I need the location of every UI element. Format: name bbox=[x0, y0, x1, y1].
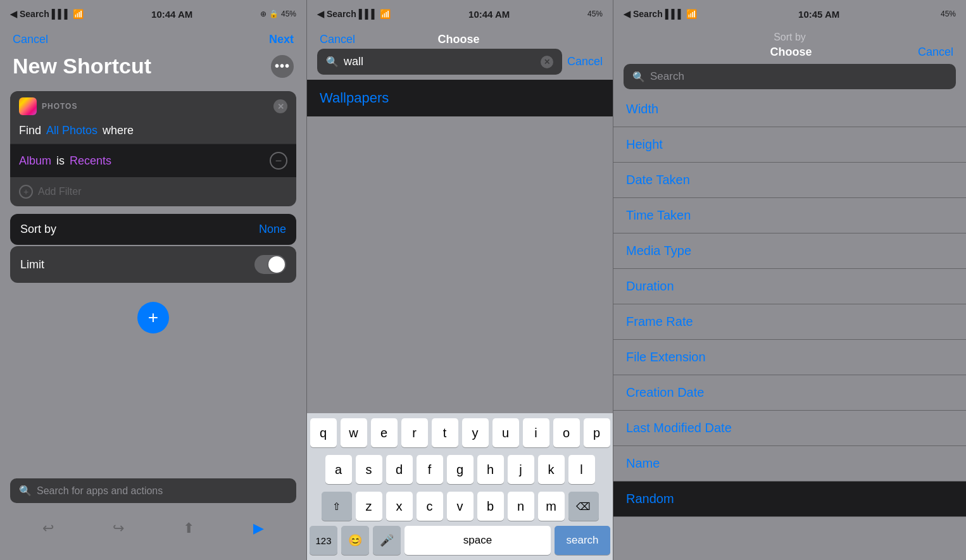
keyboard-row-1: q w e r t y u i o p bbox=[307, 413, 613, 450]
cancel-button-2[interactable]: Cancel bbox=[320, 33, 355, 46]
key-w[interactable]: w bbox=[341, 418, 367, 447]
sort-option-media-type[interactable]: Media Type bbox=[613, 233, 966, 269]
status-time-1: 10:44 AM bbox=[151, 9, 192, 20]
key-r[interactable]: r bbox=[401, 418, 428, 447]
key-search[interactable]: search bbox=[555, 526, 610, 555]
plus-icon: + bbox=[148, 308, 158, 328]
key-n[interactable]: n bbox=[508, 492, 534, 521]
key-emoji[interactable]: 😊 bbox=[341, 526, 369, 555]
battery-2: 45% bbox=[587, 9, 603, 18]
all-photos-button[interactable]: All Photos bbox=[46, 124, 97, 137]
status-left-2: ◀ Search ▌▌▌ 📶 bbox=[317, 9, 391, 19]
status-time-2: 10:44 AM bbox=[468, 9, 510, 20]
cancel-button-1[interactable]: Cancel bbox=[13, 33, 48, 46]
panel-sort-by: ◀ Search ▌▌▌ 📶 10:45 AM 45% Sort by Choo… bbox=[613, 0, 966, 560]
status-left-3: ◀ Search ▌▌▌ 📶 bbox=[624, 9, 697, 19]
ellipsis-icon: ••• bbox=[275, 59, 290, 73]
key-numbers[interactable]: 123 bbox=[310, 526, 337, 555]
key-shift[interactable]: ⇧ bbox=[322, 492, 352, 521]
key-j[interactable]: j bbox=[508, 455, 534, 484]
cancel-button-3[interactable]: Cancel bbox=[567, 55, 603, 68]
recents-button[interactable]: Recents bbox=[70, 154, 111, 168]
key-h[interactable]: h bbox=[477, 455, 504, 484]
add-action-button[interactable]: + bbox=[137, 302, 169, 333]
key-g[interactable]: g bbox=[447, 455, 474, 484]
key-s[interactable]: s bbox=[356, 455, 382, 484]
signal-icon-1: ▌▌▌ bbox=[52, 9, 71, 19]
status-right-3: 45% bbox=[941, 9, 956, 18]
key-a[interactable]: a bbox=[325, 455, 352, 484]
play-button[interactable]: ▶ bbox=[249, 519, 268, 538]
key-delete[interactable]: ⌫ bbox=[568, 492, 599, 521]
key-f[interactable]: f bbox=[417, 455, 443, 484]
sort-option-time-taken[interactable]: Time Taken bbox=[613, 198, 966, 233]
search-input-container[interactable]: 🔍 wall ✕ bbox=[317, 49, 562, 75]
status-bar-1: ◀ Search ▌▌▌ 📶 10:44 AM ⊕ 🔒 45% bbox=[0, 0, 306, 28]
album-button[interactable]: Album bbox=[19, 154, 51, 168]
sort-option-width[interactable]: Width bbox=[613, 92, 966, 127]
key-o[interactable]: o bbox=[553, 418, 580, 447]
sort-option-duration[interactable]: Duration bbox=[613, 269, 966, 304]
key-e[interactable]: e bbox=[371, 418, 398, 447]
remove-filter-button[interactable]: − bbox=[270, 152, 287, 170]
keyboard-row-4: 123 😊 🎤 space search bbox=[307, 523, 613, 560]
remove-action-button[interactable]: ✕ bbox=[273, 99, 287, 113]
back-arrow-icon: ◀ bbox=[10, 9, 17, 19]
keyboard-row-2: a s d f g h j k l bbox=[307, 450, 613, 487]
share-button[interactable]: ⬆ bbox=[179, 519, 198, 538]
sort-option-creation-date[interactable]: Creation Date bbox=[613, 375, 966, 411]
page-title-1: New Shortcut ••• bbox=[0, 54, 306, 91]
sort-option-date-taken[interactable]: Date Taken bbox=[613, 163, 966, 198]
key-t[interactable]: t bbox=[432, 418, 458, 447]
keyboard: q w e r t y u i o p a s d f g h j k l ⇧ … bbox=[307, 413, 613, 560]
search-input-2[interactable]: wall bbox=[344, 55, 536, 68]
sort-option-name[interactable]: Name bbox=[613, 446, 966, 482]
battery-1: 45% bbox=[281, 9, 296, 18]
search-placeholder: Search for apps and actions bbox=[37, 485, 163, 497]
cancel-button-4[interactable]: Cancel bbox=[918, 46, 953, 59]
list-item[interactable]: Wallpapers bbox=[307, 80, 613, 116]
key-y[interactable]: y bbox=[462, 418, 489, 447]
sort-row[interactable]: Sort by None bbox=[10, 214, 296, 245]
search-icon-bottom: 🔍 bbox=[19, 485, 32, 497]
key-d[interactable]: d bbox=[386, 455, 413, 484]
limit-toggle[interactable] bbox=[254, 255, 286, 274]
add-filter-row[interactable]: + Add Filter bbox=[10, 177, 296, 206]
status-right-2: 45% bbox=[587, 9, 603, 18]
sort-option-random[interactable]: Random bbox=[613, 482, 966, 517]
status-time-3: 10:45 AM bbox=[798, 9, 839, 20]
key-space[interactable]: space bbox=[405, 526, 551, 555]
wifi-icon-3: 📶 bbox=[686, 9, 697, 19]
key-k[interactable]: k bbox=[538, 455, 565, 484]
search-row-3[interactable]: 🔍 Search bbox=[624, 64, 956, 89]
key-b[interactable]: b bbox=[477, 492, 504, 521]
choose-label-3: Choose bbox=[770, 46, 812, 59]
lock-icon-1: 🔒 bbox=[269, 9, 279, 18]
more-button[interactable]: ••• bbox=[271, 55, 294, 78]
key-i[interactable]: i bbox=[523, 418, 549, 447]
key-z[interactable]: z bbox=[356, 492, 382, 521]
sort-option-frame-rate[interactable]: Frame Rate bbox=[613, 304, 966, 340]
sort-option-file-extension[interactable]: File Extension bbox=[613, 340, 966, 375]
key-u[interactable]: u bbox=[492, 418, 519, 447]
key-p[interactable]: p bbox=[584, 418, 610, 447]
sort-option-last-modified[interactable]: Last Modified Date bbox=[613, 411, 966, 446]
key-l[interactable]: l bbox=[568, 455, 595, 484]
clear-search-button[interactable]: ✕ bbox=[541, 56, 553, 68]
filter-row: Album is Recents − bbox=[10, 144, 296, 177]
search-bar-bottom[interactable]: 🔍 Search for apps and actions bbox=[10, 478, 296, 503]
key-v[interactable]: v bbox=[447, 492, 474, 521]
status-right-1: ⊕ 🔒 45% bbox=[260, 9, 296, 18]
undo-button[interactable]: ↩ bbox=[39, 519, 58, 538]
key-x[interactable]: x bbox=[386, 492, 413, 521]
redo-button[interactable]: ↪ bbox=[109, 519, 128, 538]
action-block-photos: PHOTOS ✕ Find All Photos where Album is … bbox=[10, 91, 296, 206]
key-m[interactable]: m bbox=[538, 492, 565, 521]
key-mic[interactable]: 🎤 bbox=[373, 526, 401, 555]
find-text: Find bbox=[19, 124, 41, 137]
search-icon-3: 🔍 bbox=[632, 71, 645, 83]
sort-option-height[interactable]: Height bbox=[613, 127, 966, 163]
key-q[interactable]: q bbox=[310, 418, 337, 447]
key-c[interactable]: c bbox=[417, 492, 443, 521]
next-button[interactable]: Next bbox=[269, 33, 294, 46]
